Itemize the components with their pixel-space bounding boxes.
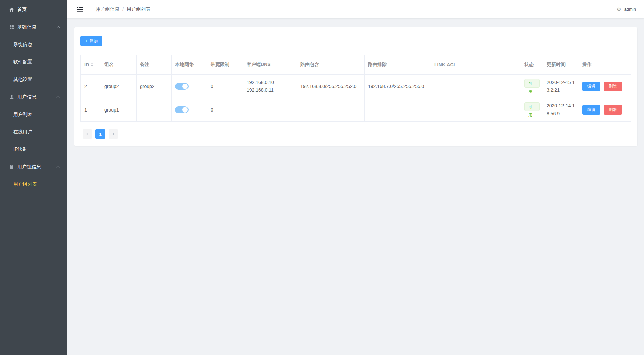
status-badge: 可用: [524, 79, 540, 88]
column-header-actions: 操作: [579, 55, 631, 75]
prev-page-button[interactable]: [83, 129, 92, 139]
local-network-toggle[interactable]: [175, 83, 189, 90]
app-root: 首页 基础信息 系统信息 软件配置 其他设置 用户信息 用户列表: [0, 0, 644, 355]
sidebar-item-label: 在线用户: [13, 129, 32, 135]
cell-route-exclude: 192.168.7.0/255.255.255.0: [365, 75, 431, 98]
sidebar-item-other-settings[interactable]: 其他设置: [0, 71, 67, 88]
chevron-up-icon: [56, 26, 60, 30]
column-header-link-acl: LINK-ACL: [431, 55, 521, 75]
cell-remark: [137, 98, 172, 122]
cell-route-include: [297, 98, 365, 122]
cell-local-network: [172, 75, 207, 98]
grid-icon: [9, 25, 14, 30]
sidebar-item-home[interactable]: 首页: [0, 1, 67, 18]
cell-remark: group2: [137, 75, 172, 98]
user-icon: [9, 94, 14, 100]
cell-local-network: [172, 98, 207, 122]
gear-icon[interactable]: ⚙: [616, 7, 621, 12]
cell-status: 可用: [521, 75, 543, 98]
topbar-right: ⚙ admin: [616, 7, 636, 12]
menu-fold-icon[interactable]: [76, 6, 84, 13]
sidebar-item-label: 首页: [17, 7, 27, 13]
column-header-route-exclude: 路由排除: [365, 55, 431, 75]
chevron-right-icon: [112, 132, 115, 136]
next-page-button[interactable]: [109, 129, 118, 139]
cell-route-include: 192.168.8.0/255.255.252.0: [297, 75, 365, 98]
breadcrumb-item-current: 用户组列表: [127, 6, 150, 12]
cell-actions: 编辑删除: [579, 98, 631, 122]
column-header-id[interactable]: ID: [81, 55, 101, 75]
cell-status: 可用: [521, 98, 543, 122]
cell-link-acl: [431, 75, 521, 98]
edit-button[interactable]: 编辑: [582, 105, 600, 115]
cell-group-name: group1: [101, 98, 137, 122]
cell-link-acl: [431, 98, 521, 122]
sort-icon: [91, 62, 93, 68]
sidebar: 首页 基础信息 系统信息 软件配置 其他设置 用户信息 用户列表: [0, 0, 67, 355]
chevron-up-icon: [56, 96, 60, 99]
user-group-table: ID 组名 备注 本地网络 带宽限制 客户端DNS 路由包含 路由排除 L: [80, 55, 631, 122]
cell-group-name: group2: [101, 75, 137, 98]
column-header-local-network: 本地网络: [172, 55, 207, 75]
column-header-bandwidth-limit: 带宽限制: [207, 55, 243, 75]
sidebar-item-online-users[interactable]: 在线用户: [0, 123, 67, 141]
column-header-remark: 备注: [137, 55, 172, 75]
chevron-left-icon: [86, 132, 89, 136]
sidebar-item-user-list[interactable]: 用户列表: [0, 106, 67, 123]
delete-button[interactable]: 删除: [604, 105, 622, 115]
delete-button[interactable]: 删除: [604, 82, 622, 91]
cell-id: 1: [81, 98, 101, 122]
main-area: 用户组信息 / 用户组列表 ⚙ admin + 添加: [67, 0, 644, 355]
cell-client-dns: [243, 98, 297, 122]
breadcrumb-item[interactable]: 用户组信息: [96, 6, 119, 12]
sidebar-item-user-group-list[interactable]: 用户组列表: [0, 176, 67, 193]
plus-icon: +: [85, 39, 88, 43]
cell-bandwidth-limit: 0: [207, 75, 243, 98]
page-button-1[interactable]: 1: [95, 129, 105, 139]
column-header-status: 状态: [521, 55, 543, 75]
add-button-label: 添加: [90, 38, 98, 44]
sidebar-item-label: 用户组列表: [13, 181, 37, 187]
breadcrumb-separator: /: [122, 7, 124, 12]
sidebar-item-label: 系统信息: [13, 42, 32, 48]
table-row: 2 group2 group2 0 192.168.0.10 192.168.0…: [81, 75, 631, 98]
cell-bandwidth-limit: 0: [207, 98, 243, 122]
topbar: 用户组信息 / 用户组列表 ⚙ admin: [67, 0, 644, 18]
breadcrumb: 用户组信息 / 用户组列表: [96, 6, 150, 12]
add-button[interactable]: + 添加: [80, 36, 102, 46]
sidebar-section-label: 用户信息: [17, 94, 36, 100]
sidebar-section-user-group-info[interactable]: 用户组信息: [0, 158, 67, 176]
clipboard-icon: [9, 164, 14, 170]
cell-client-dns: 192.168.0.10 192.168.0.11: [243, 75, 297, 98]
user-group-card: + 添加 ID: [74, 27, 637, 146]
sidebar-item-ip-mapping[interactable]: IP映射: [0, 141, 67, 158]
sidebar-item-software-config[interactable]: 软件配置: [0, 53, 67, 71]
username[interactable]: admin: [624, 7, 636, 12]
status-badge: 可用: [524, 102, 540, 111]
content-area: + 添加 ID: [67, 18, 644, 355]
sidebar-item-label: 用户列表: [13, 112, 32, 118]
cell-route-exclude: [365, 98, 431, 122]
home-icon: [9, 7, 14, 13]
table-row: 1 group1 0 可用: [81, 98, 631, 122]
table-header-row: ID 组名 备注 本地网络 带宽限制 客户端DNS 路由包含 路由排除 L: [81, 55, 631, 75]
sidebar-section-label: 基础信息: [17, 24, 36, 30]
cell-actions: 编辑删除: [579, 75, 631, 98]
cell-updated-at: 2020-12-15 13:2:21: [543, 75, 579, 98]
column-header-route-include: 路由包含: [297, 55, 365, 75]
sidebar-item-system-info[interactable]: 系统信息: [0, 36, 67, 53]
sidebar-item-label: IP映射: [13, 146, 27, 152]
local-network-toggle[interactable]: [175, 106, 189, 113]
chevron-up-icon: [56, 166, 60, 169]
sidebar-item-label: 其他设置: [13, 77, 32, 83]
column-header-client-dns: 客户端DNS: [243, 55, 297, 75]
pagination: 1: [80, 129, 631, 139]
column-header-updated-at: 更新时间: [543, 55, 579, 75]
sidebar-item-label: 软件配置: [13, 59, 32, 65]
edit-button[interactable]: 编辑: [582, 82, 600, 91]
sidebar-section-user-info[interactable]: 用户信息: [0, 88, 67, 106]
cell-updated-at: 2020-12-14 18:56:9: [543, 98, 579, 122]
column-label: ID: [84, 62, 89, 68]
column-header-group-name: 组名: [101, 55, 137, 75]
sidebar-section-basic-info[interactable]: 基础信息: [0, 18, 67, 36]
